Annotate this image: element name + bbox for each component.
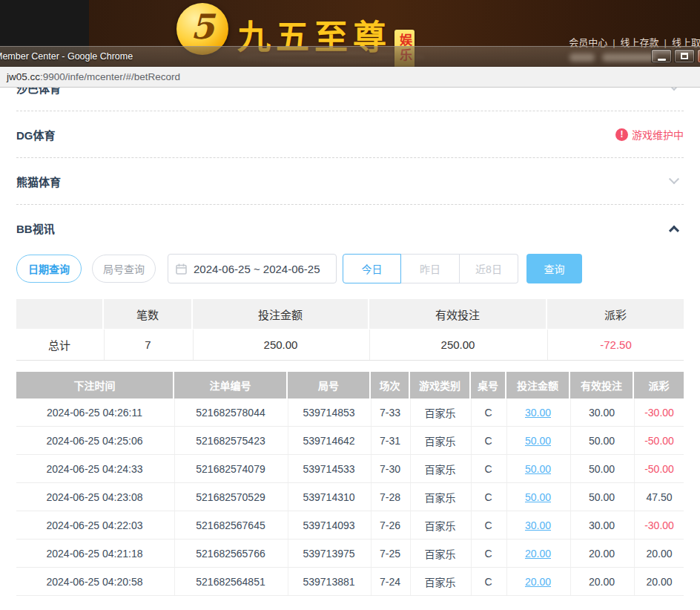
table-no: C	[471, 399, 505, 426]
game-type: 百家乐	[410, 511, 469, 539]
table-no: C	[471, 455, 505, 482]
account-info-blurred	[569, 53, 595, 62]
payout: -50.00	[634, 427, 684, 454]
game-type: 百家乐	[410, 427, 469, 454]
window-titlebar[interactable]: Member Center - Google Chrome	[0, 46, 700, 67]
url-path: :9900/infe/mcenter/#/betRecord	[40, 71, 180, 82]
session: 7-25	[371, 540, 409, 567]
amount-link[interactable]: 50.00	[525, 435, 551, 447]
valid-bet: 50.00	[570, 455, 633, 482]
minimize-icon	[658, 59, 666, 61]
valid-bet: 30.00	[570, 511, 633, 539]
maximize-button[interactable]	[674, 49, 695, 63]
valid-bet: 30.00	[570, 399, 633, 426]
last-8-days-button[interactable]: 近8日	[460, 254, 518, 283]
section-panda-sports[interactable]: 熊猫体育	[16, 158, 684, 205]
section-bb-video[interactable]: BB视讯	[16, 205, 684, 252]
amount-link[interactable]: 30.00	[525, 407, 551, 419]
window-title: Member Center - Google Chrome	[0, 51, 133, 62]
section-title: 沙巴体育	[16, 88, 61, 96]
minimize-button[interactable]	[651, 49, 672, 63]
maintenance-label: 游戏维护中	[632, 127, 684, 142]
summary-header-blank	[16, 299, 102, 329]
table-row: 2024-06-25 04:24:33 521682574079 5397145…	[16, 455, 684, 483]
summary-table: 笔数 投注金额 有效投注 派彩 总计 7 250.00 250.00 -72.5…	[16, 299, 684, 361]
detail-header-round-no: 局号	[288, 372, 369, 399]
summary-total-label: 总计	[16, 329, 102, 360]
payout: -30.00	[634, 511, 684, 539]
valid-bet: 50.00	[570, 427, 633, 454]
bet-record-page: 沙巴体育 DG体育 ! 游戏维护中 熊猫体育 BB视讯 日期查询	[0, 88, 700, 610]
detail-header-row: 下注时间 注单编号 局号 场次 游戏类别 桌号 投注金额 有效投注 派彩	[16, 372, 684, 399]
search-button[interactable]: 查询	[526, 254, 582, 283]
today-button[interactable]: 今日	[343, 254, 401, 283]
window-controls	[651, 49, 700, 63]
summary-header-count: 笔数	[104, 299, 191, 329]
summary-header-row: 笔数 投注金额 有效投注 派彩	[16, 299, 684, 329]
session: 7-24	[371, 568, 409, 595]
date-range-value: 2024-06-25 ~ 2024-06-25	[194, 263, 320, 275]
table-row: 2024-06-25 04:22:03 521682567645 5397140…	[16, 511, 684, 540]
payout: 47.50	[634, 483, 684, 511]
bet-time: 2024-06-25 04:20:58	[16, 568, 173, 595]
summary-total-row: 总计 7 250.00 250.00 -72.50	[16, 329, 684, 361]
round-no: 539714642	[288, 427, 369, 454]
bet-no: 521682570529	[174, 483, 286, 511]
address-bar[interactable]: jw05.cc:9900/infe/mcenter/#/betRecord	[0, 67, 700, 88]
chevron-down-icon	[669, 174, 679, 184]
close-button[interactable]	[697, 49, 700, 63]
bet-no: 521682578044	[174, 399, 286, 426]
bet-time: 2024-06-25 04:22:03	[16, 511, 173, 539]
summary-count: 7	[104, 329, 191, 360]
bet-no: 521682564851	[174, 568, 286, 595]
detail-header-valid: 有效投注	[570, 372, 633, 399]
payout: -30.00	[634, 399, 684, 426]
table-no: C	[471, 568, 505, 595]
round-no: 539714853	[288, 399, 369, 426]
table-row: 2024-06-25 04:21:18 521682565766 5397139…	[16, 540, 684, 568]
table-row: 2024-06-25 04:20:58 521682564851 5397138…	[16, 568, 684, 596]
amount-link[interactable]: 30.00	[525, 519, 551, 531]
game-type: 百家乐	[410, 568, 469, 595]
valid-bet: 50.00	[570, 483, 633, 511]
date-query-tab[interactable]: 日期查询	[16, 255, 82, 283]
session: 7-26	[371, 511, 409, 539]
summary-valid-bet: 250.00	[369, 329, 546, 360]
url-host: jw05.cc	[7, 71, 40, 82]
section-saba-sports[interactable]: 沙巴体育	[16, 88, 684, 111]
screen: 5 九五至尊 娱乐 会员中心|线上存款|线上取款 沙巴体育 DG体育 ! 游戏维…	[0, 0, 700, 610]
bet-no: 521682575423	[174, 427, 286, 454]
round-query-tab[interactable]: 局号查询	[92, 255, 156, 283]
summary-header-payout: 派彩	[547, 299, 684, 329]
round-no: 539713975	[288, 540, 369, 567]
session: 7-31	[371, 427, 409, 454]
account-info-blurred	[602, 53, 656, 62]
amount-link[interactable]: 50.00	[525, 491, 551, 503]
yesterday-button[interactable]: 昨日	[401, 254, 460, 283]
section-dg-sports[interactable]: DG体育 ! 游戏维护中	[16, 111, 684, 158]
detail-header-payout: 派彩	[634, 372, 684, 399]
amount-link[interactable]: 20.00	[525, 576, 551, 588]
valid-bet: 20.00	[570, 540, 633, 567]
chevron-down-icon	[669, 88, 679, 91]
table-no: C	[471, 483, 505, 511]
round-no: 539713881	[288, 568, 369, 595]
quick-range-group: 今日 昨日 近8日	[343, 254, 518, 283]
summary-payout: -72.50	[547, 329, 684, 360]
valid-bet: 20.00	[570, 568, 633, 595]
payout: 20.00	[634, 568, 684, 595]
session: 7-33	[371, 399, 409, 426]
game-type: 百家乐	[410, 483, 469, 511]
amount-link[interactable]: 50.00	[525, 463, 551, 475]
bet-time: 2024-06-25 04:25:06	[16, 427, 173, 454]
detail-header-table-no: 桌号	[471, 372, 505, 399]
bet-no: 521682565766	[174, 540, 286, 567]
section-title: 熊猫体育	[16, 174, 61, 189]
table-no: C	[471, 540, 505, 567]
bet-no: 521682574079	[174, 455, 286, 482]
date-range-input[interactable]: 2024-06-25 ~ 2024-06-25	[168, 254, 337, 283]
amount-link[interactable]: 20.00	[525, 548, 551, 560]
bet-no: 521682567645	[174, 511, 286, 539]
chevron-up-icon	[669, 225, 679, 235]
section-title: BB视讯	[16, 220, 55, 236]
